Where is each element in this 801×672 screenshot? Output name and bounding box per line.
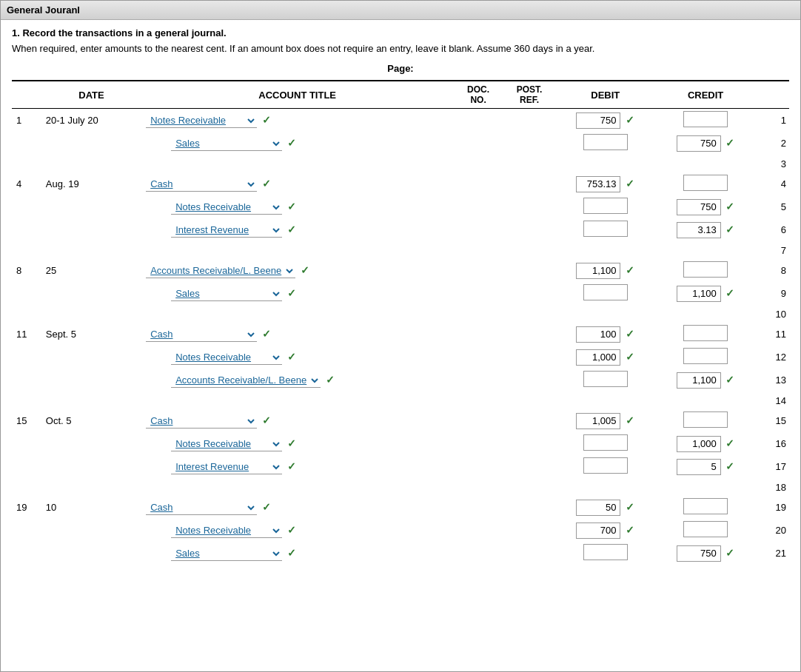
- account-cell: Sales ✓: [141, 282, 453, 305]
- debit-cell: [555, 155, 655, 172]
- post-cell: [503, 432, 555, 455]
- account-select[interactable]: Accounts Receivable/L. Beene: [171, 373, 321, 388]
- date-cell: [41, 478, 141, 496]
- line-num-cell: 3: [756, 155, 789, 172]
- line-num-cell: 16: [756, 432, 789, 455]
- account-select[interactable]: Sales: [171, 136, 282, 151]
- account-cell: Accounts Receivable/L. Beene ✓: [141, 369, 453, 392]
- row-num-prefix: [12, 542, 41, 565]
- account-select[interactable]: Notes Receivable: [171, 350, 282, 365]
- credit-amount-box: 1,000: [677, 436, 721, 452]
- post-cell: [503, 132, 555, 155]
- account-select[interactable]: Notes Receivable: [146, 113, 257, 128]
- credit-cell: [655, 323, 755, 346]
- check-icon: ✓: [287, 437, 296, 449]
- debit-cell: 1,005 ✓: [555, 409, 655, 432]
- check-icon: ✓: [262, 414, 271, 426]
- credit-amount-box-empty: [683, 261, 728, 278]
- table-row: Notes Receivable ✓ 1,000 ✓ 12: [12, 346, 789, 369]
- line-num-cell: 9: [756, 282, 789, 305]
- account-select[interactable]: Notes Receivable: [171, 200, 282, 215]
- post-cell: [503, 346, 555, 369]
- debit-amount-box-empty: [583, 457, 628, 474]
- post-cell: [503, 155, 555, 172]
- date-cell: [41, 282, 141, 305]
- debit-amount-box: 100: [576, 326, 620, 343]
- line-num-cell: 11: [756, 323, 789, 346]
- credit-amount-box-empty: [683, 521, 728, 537]
- date-cell: [41, 542, 141, 565]
- credit-amount-box: 1,100: [677, 372, 721, 389]
- table-row: 8 25 Accounts Receivable/L. Beene ✓ 1,10…: [12, 259, 789, 282]
- line-num-cell: 20: [756, 519, 789, 542]
- credit-cell: 750 ✓: [655, 132, 755, 155]
- debit-amount-box: 1,100: [576, 263, 620, 279]
- header-doc: DOC.NO.: [453, 81, 503, 109]
- doc-cell: [453, 346, 503, 369]
- account-cell: Notes Receivable ✓: [141, 346, 453, 369]
- account-select[interactable]: Cash: [146, 414, 257, 429]
- row-num-prefix: 8: [12, 259, 41, 282]
- post-cell: [503, 519, 555, 542]
- post-cell: [503, 392, 555, 409]
- table-row: Sales ✓ 750 ✓ 2: [12, 132, 789, 155]
- credit-cell: 1,100 ✓: [655, 369, 755, 392]
- debit-check-icon: ✓: [626, 328, 634, 340]
- row-num-cell: [12, 478, 41, 496]
- credit-amount-box-empty: [683, 411, 728, 428]
- debit-cell: [555, 195, 655, 218]
- row-num-prefix: [12, 369, 41, 392]
- post-cell: [503, 323, 555, 346]
- post-cell: [503, 109, 555, 132]
- debit-amount-box-empty: [583, 544, 628, 560]
- debit-cell: [555, 432, 655, 455]
- account-cell: Notes Receivable ✓: [141, 195, 453, 218]
- window-title: General Jouranl: [7, 4, 80, 16]
- header-credit: CREDIT: [655, 81, 755, 109]
- account-cell: [141, 392, 453, 409]
- check-icon: ✓: [287, 524, 296, 536]
- debit-cell: [555, 241, 655, 259]
- doc-cell: [453, 519, 503, 542]
- instruction-2: When required, enter amounts to the near…: [12, 43, 789, 54]
- row-num-prefix: 4: [12, 172, 41, 195]
- credit-cell: 750 ✓: [655, 195, 755, 218]
- credit-check-icon: ✓: [725, 460, 734, 472]
- account-select[interactable]: Notes Receivable: [171, 523, 282, 538]
- credit-check-icon: ✓: [725, 374, 734, 386]
- debit-cell: [555, 132, 655, 155]
- credit-amount-box-empty: [683, 111, 728, 127]
- row-num-prefix: 15: [12, 409, 41, 432]
- account-select[interactable]: Cash: [146, 177, 257, 192]
- debit-cell: [555, 282, 655, 305]
- post-cell: [503, 282, 555, 305]
- account-select[interactable]: Accounts Receivable/L. Beene: [146, 263, 295, 278]
- account-select[interactable]: Sales: [171, 286, 282, 301]
- debit-amount-box-empty: [583, 371, 628, 387]
- date-cell: [41, 132, 141, 155]
- table-row: Sales ✓ 1,100 ✓ 9: [12, 282, 789, 305]
- account-select[interactable]: Cash: [146, 327, 257, 342]
- debit-cell: [555, 305, 655, 323]
- doc-cell: [453, 478, 503, 496]
- account-select[interactable]: Interest Revenue: [171, 223, 282, 238]
- account-select[interactable]: Interest Revenue: [171, 460, 282, 474]
- account-cell: Notes Receivable ✓: [141, 432, 453, 455]
- header-post: POST.REF.: [503, 81, 555, 109]
- header-line: [756, 81, 789, 109]
- table-row: 10: [12, 305, 789, 323]
- account-select[interactable]: Notes Receivable: [171, 437, 282, 451]
- row-num-cell: [12, 241, 41, 259]
- date-cell: [41, 455, 141, 478]
- check-icon: ✓: [262, 178, 271, 189]
- account-select[interactable]: Sales: [171, 546, 282, 561]
- debit-cell: 750 ✓: [555, 109, 655, 132]
- row-num-prefix: 11: [12, 323, 41, 346]
- date-cell: [41, 218, 141, 241]
- account-select[interactable]: Cash: [146, 500, 257, 515]
- credit-check-icon: ✓: [725, 287, 734, 299]
- account-cell: [141, 155, 453, 172]
- doc-cell: [453, 218, 503, 241]
- doc-cell: [453, 172, 503, 195]
- header-debit: DEBIT: [555, 81, 655, 109]
